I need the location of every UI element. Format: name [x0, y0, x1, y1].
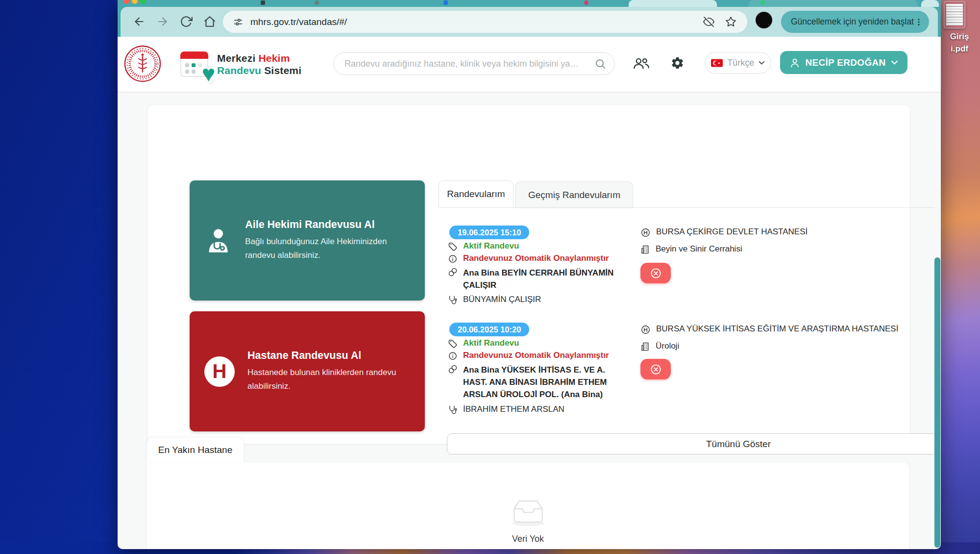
reload-button[interactable] [179, 15, 193, 29]
appointment-note-row: Randevunuz Otomatik Onaylanmıştır [448, 253, 634, 264]
hospital-appointment-card[interactable]: H Hastane Randevusu Al Hastanede bulunan… [190, 311, 425, 431]
minimize-window-button[interactable] [132, 0, 138, 4]
tab-en-yakin-hastane[interactable]: En Yakın Hastane [147, 438, 244, 462]
appointment-hospital-row: BURSA YÜKSEK İHTİSAS EĞİTİM VE ARAŞTIRMA… [640, 324, 925, 335]
kebab-menu-icon[interactable] [914, 18, 923, 26]
tag-icon [448, 339, 458, 349]
relatives-button[interactable] [633, 56, 650, 72]
profile-avatar[interactable] [756, 12, 772, 28]
mhrs-logo: ♥✓ Merkezi Hekim Randevu Sistemi [180, 51, 301, 77]
info-icon [448, 351, 458, 361]
site-header: ♥✓ Merkezi Hekim Randevu Sistemi [118, 37, 941, 93]
mhrs-page: ♥✓ Merkezi Hekim Randevu Sistemi [118, 37, 941, 549]
hospital-circle-h-icon [640, 325, 651, 335]
bookmark-star-icon[interactable] [725, 16, 736, 27]
tab-favicon-whatsapp[interactable] [760, 0, 765, 5]
appointment-clinic-row: Ana Bina YÜKSEK İHTİSAS E. VE A. HAST. A… [448, 364, 620, 401]
user-menu-button[interactable]: NECİP ERDOĞAN [780, 51, 907, 74]
family-doctor-appointment-card[interactable]: Aile Hekimi Randevusu Al Bağlı bulunduğu… [190, 180, 425, 301]
browser-toolbar: mhrs.gov.tr/vatandas/#/ Güncellemek için… [121, 7, 938, 37]
hospital-card-description: Hastanede bulunan kliniklerden randevu a… [247, 366, 410, 393]
appointments-card: Aile Hekimi Randevusu Al Bağlı bulunduğu… [148, 105, 910, 444]
tag-icon [448, 242, 458, 252]
tab-favicon[interactable] [261, 0, 265, 5]
clinic-link-icon [448, 364, 458, 374]
people-icon [633, 56, 650, 70]
heart-icon: ♥✓ [202, 62, 215, 85]
active-tab[interactable] [629, 0, 717, 7]
cancel-circle-x-icon [650, 363, 662, 376]
global-search [333, 52, 615, 75]
appointment-note-row: Randevunuz Otomatik Onaylanmıştır [448, 351, 634, 361]
info-icon [448, 254, 458, 264]
new-tab-button[interactable] [921, 0, 939, 7]
search-input[interactable] [333, 52, 615, 75]
zoom-window-button[interactable] [140, 0, 146, 4]
language-label: Türkçe [727, 58, 754, 68]
family-card-title: Aile Hekimi Randevusu Al [245, 219, 410, 231]
chevron-down-icon [759, 60, 765, 66]
cancel-appointment-button[interactable] [640, 263, 671, 283]
chevron-down-icon [891, 60, 898, 65]
pdf-file-label-line2: i.pdf [939, 43, 980, 55]
tab-favicon[interactable] [443, 0, 448, 5]
clinic-link-icon [448, 267, 458, 277]
show-all-button[interactable]: Tümünü Göster [447, 433, 941, 454]
tab-favicon[interactable] [315, 0, 319, 5]
language-selector[interactable]: Türkçe [705, 52, 771, 74]
back-button[interactable] [132, 15, 146, 29]
url-text[interactable]: mhrs.gov.tr/vatandas/#/ [250, 17, 347, 27]
appointment-doctor-row: İBRAHİM ETHEM ARSLAN [448, 404, 624, 415]
back-arrow-icon [133, 15, 146, 28]
pdf-file-icon[interactable] [944, 1, 965, 28]
page-scrollbar-thumb[interactable] [934, 257, 940, 548]
settings-button[interactable] [670, 56, 685, 72]
reload-icon [180, 15, 193, 28]
appointment-datetime-badge: 19.06.2025 15:10 [449, 226, 529, 239]
appointment-status-row: Aktif Randevu [448, 241, 624, 252]
department-building-icon [640, 342, 650, 352]
home-icon [203, 15, 216, 28]
search-icon[interactable] [594, 58, 606, 70]
calendar-heart-icon: ♥✓ [180, 51, 208, 77]
browser-window: mhrs.gov.tr/vatandas/#/ Güncellemek için… [118, 0, 941, 549]
cancel-appointment-button[interactable] [640, 359, 671, 379]
restart-button-label: Güncellemek için yeniden başlat [791, 17, 914, 27]
pdf-file-label[interactable]: Giriş i.pdf [939, 30, 980, 55]
hospital-circle-h-icon [640, 227, 651, 238]
eye-off-icon[interactable] [703, 16, 714, 27]
restart-to-update-button[interactable]: Güncellemek için yeniden başlat [781, 11, 929, 33]
user-name: NECİP ERDOĞAN [805, 57, 885, 68]
person-icon [789, 57, 800, 68]
hospital-h-icon: H [204, 356, 235, 387]
ministry-of-health-logo [123, 45, 162, 83]
department-building-icon [640, 245, 650, 254]
browser-tab-bar[interactable] [118, 0, 941, 7]
site-info-icon[interactable] [233, 17, 244, 27]
stethoscope-icon [448, 405, 458, 415]
desktop: Giriş i.pdf [0, 0, 980, 554]
close-window-button[interactable] [123, 0, 129, 4]
appointment-hospital-row: BURSA ÇEKİRGE DEVLET HASTANESİ [640, 227, 915, 238]
nearest-hospital-panel: Veri Yok [147, 462, 909, 549]
pdf-file-label-line1: Giriş [939, 30, 980, 43]
tab-gecmis-randevularim[interactable]: Geçmiş Randevularım [515, 181, 633, 208]
address-bar[interactable]: mhrs.gov.tr/vatandas/#/ [223, 11, 747, 33]
appointment-status-row: Aktif Randevu [448, 338, 624, 349]
family-card-description: Bağlı bulunduğunuz Aile Hekiminizden ran… [245, 235, 410, 262]
doctor-icon [204, 222, 232, 259]
tab-randevularim[interactable]: Randevularım [439, 180, 514, 207]
gear-icon [670, 56, 685, 70]
turkish-flag-icon [711, 58, 723, 68]
brand-title: Merkezi Hekim Randevu Sistemi [217, 52, 301, 77]
cancel-circle-x-icon [650, 267, 662, 279]
tab-favicon[interactable] [584, 0, 588, 5]
appointment-datetime-badge: 20.06.2025 10:20 [449, 323, 529, 336]
appointment-department-row: Beyin ve Sinir Cerrahisi [640, 244, 915, 254]
background-tab[interactable] [749, 0, 918, 7]
forward-button[interactable] [156, 15, 170, 29]
appointment-doctor-row: BÜNYAMİN ÇALIŞIR [448, 295, 624, 305]
stethoscope-icon [448, 295, 458, 305]
home-button[interactable] [203, 15, 217, 29]
empty-state-text: Veri Yok [512, 534, 544, 544]
